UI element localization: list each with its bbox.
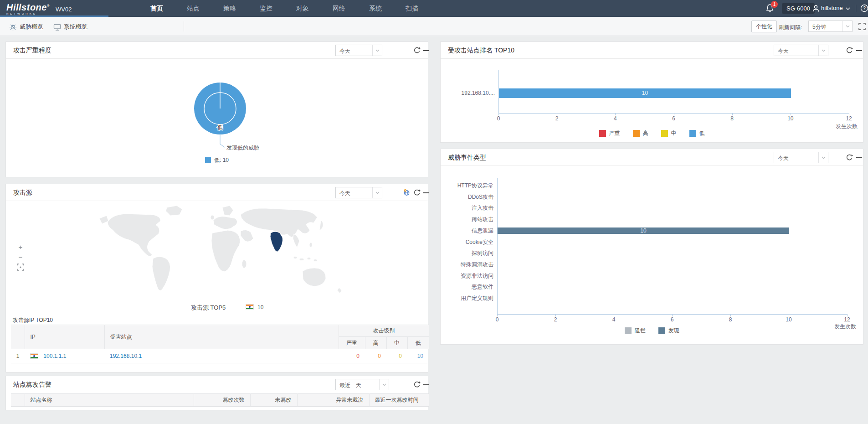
nav-item-1[interactable]: 站点	[175, 0, 211, 17]
critical-column-header[interactable]: 严重	[339, 337, 365, 349]
attack-severity-period-select[interactable]: 今天	[335, 45, 382, 56]
notification-count-badge[interactable]: 1	[771, 1, 778, 8]
map-australia	[303, 268, 326, 286]
bar-低[interactable]: 10	[499, 88, 791, 98]
map-southeast-asia	[293, 234, 299, 248]
site-tamper-period-value: 最近一天	[339, 382, 378, 389]
help-icon[interactable]: ?	[860, 4, 868, 12]
threat-events-bar-chart[interactable]: 024681012HTTP协议异常DDoS攻击注入攻击跨站攻击信息泄漏Cooki…	[441, 149, 863, 344]
tamper-column-header-0[interactable]: 站点名称	[25, 394, 194, 407]
x-tick-label: 8	[723, 115, 741, 122]
legend-item-严重[interactable]: 严重	[599, 129, 620, 137]
fullscreen-icon[interactable]	[858, 23, 866, 30]
site-tamper-period-select[interactable]: 最近一天	[335, 379, 389, 390]
attacked-sites-bar-chart[interactable]: 024681012192.168.10....10发生次数严重高中低	[441, 42, 863, 142]
globe-marker-icon[interactable]	[403, 189, 410, 196]
nav-item-6[interactable]: 系统	[357, 0, 394, 17]
victim-site-link[interactable]: 192.168.10.1	[110, 353, 142, 359]
topbar-divider	[856, 5, 856, 12]
attack-source-period-select[interactable]: 今天	[335, 187, 382, 198]
chart-legend: 严重高中低	[441, 129, 863, 137]
legend-swatch	[599, 130, 606, 137]
tamper-column-header-2[interactable]: 未篡改	[250, 394, 297, 407]
chevron-down-icon	[372, 45, 382, 56]
tab-threat-overview[interactable]: 威胁概览	[9, 22, 43, 31]
legend-swatch	[658, 327, 665, 334]
nav-item-3[interactable]: 监控	[248, 0, 284, 17]
nav-item-2[interactable]: 策略	[211, 0, 248, 17]
empty-column-header	[11, 394, 25, 407]
registered-mark-icon: ®	[47, 4, 50, 7]
india-flag-icon	[246, 304, 254, 310]
category-label: 192.168.10....	[445, 89, 495, 97]
chart-legend: 阻拦发现	[441, 327, 863, 335]
map-zoom-in-button[interactable]: +	[17, 243, 24, 251]
row-high-count: 0	[365, 349, 386, 363]
panel-site-tamper-title: 站点篡改告警	[13, 381, 51, 389]
tab-system-overview[interactable]: 系统概览	[53, 22, 87, 31]
tamper-column-header-4[interactable]: 最近一次篡改时间	[369, 394, 429, 407]
victim-column-header[interactable]: 受害站点	[104, 325, 339, 349]
legend-item-高[interactable]: 高	[633, 129, 648, 137]
refresh-icon[interactable]	[413, 381, 421, 388]
model-badge[interactable]: SG-6000	[782, 3, 815, 14]
personalize-button[interactable]: 个性化	[751, 21, 777, 32]
legend-item-发现[interactable]: 发现	[658, 327, 679, 335]
ip-column-header[interactable]: IP	[25, 325, 104, 349]
user-menu-chevron-down-icon[interactable]	[846, 7, 850, 10]
map-japan	[319, 220, 323, 230]
chevron-down-icon	[379, 379, 389, 390]
tamper-column-header-1[interactable]: 篡改次数	[194, 394, 250, 407]
y-axis-line	[497, 178, 498, 314]
legend-item-中[interactable]: 中	[661, 129, 677, 137]
nav-item-4[interactable]: 对象	[284, 0, 321, 17]
nav-item-5[interactable]: 网络	[321, 0, 357, 17]
bar-发现[interactable]: 10	[498, 228, 789, 234]
attacker-ip-link[interactable]: 100.1.1.1	[43, 353, 66, 359]
tamper-column-header-3[interactable]: 异常未裁决	[297, 394, 369, 407]
severity-donut-chart[interactable]: 低	[188, 77, 252, 140]
rank-column-header[interactable]	[11, 325, 25, 349]
nav-item-0[interactable]: 首页	[139, 0, 175, 17]
category-label: HTTP协议异常	[443, 182, 493, 189]
username[interactable]: hillstone	[821, 5, 843, 11]
legend-item[interactable]: 低: 10	[205, 156, 229, 164]
user-icon	[812, 5, 820, 13]
legend-swatch	[625, 327, 632, 334]
threat-overview-icon	[9, 23, 17, 31]
legend-item-低[interactable]: 低	[689, 129, 705, 137]
panel-attack-severity: 攻击严重程度 今天 低 发现低的威胁 低: 10	[5, 41, 428, 177]
map-greenland	[166, 206, 182, 216]
refresh-icon[interactable]	[413, 47, 421, 54]
attack-source-world-map[interactable]	[98, 205, 354, 301]
map-caption: 攻击源 TOP5	[191, 304, 226, 312]
low-column-header[interactable]: 低	[407, 337, 429, 349]
map-reset-view-button[interactable]	[17, 264, 24, 271]
high-column-header[interactable]: 高	[365, 337, 386, 349]
refresh-interval-select[interactable]: 5分钟	[808, 21, 853, 32]
legend-item-阻拦[interactable]: 阻拦	[625, 327, 646, 335]
category-label: 恶意软件	[443, 283, 493, 290]
map-zoom-out-button[interactable]: −	[17, 253, 24, 261]
x-tick-label: 8	[721, 316, 740, 323]
collapse-icon[interactable]	[423, 47, 430, 54]
nav-item-7[interactable]: 扫描	[394, 0, 430, 17]
medium-column-header[interactable]: 中	[386, 337, 407, 349]
legend-label: 高	[643, 129, 648, 137]
donut-legend: 低: 10	[6, 156, 428, 164]
map-alaska	[99, 216, 108, 224]
legend-label: 中	[671, 129, 677, 137]
legend-label: 发现	[668, 327, 679, 335]
attack-severity-period-value: 今天	[339, 47, 371, 55]
table-row: 1 100.1.1.1 192.168.10.1 0 0 0 10	[11, 349, 429, 363]
category-label: 跨站攻击	[443, 216, 493, 223]
collapse-icon[interactable]	[423, 381, 430, 388]
refresh-icon[interactable]	[413, 189, 421, 196]
panel-attack-severity-title: 攻击严重程度	[13, 47, 51, 55]
legend-label: 阻拦	[635, 327, 646, 335]
svg-text:低: 低	[217, 124, 223, 130]
collapse-icon[interactable]	[423, 189, 430, 196]
x-tick-label: 0	[489, 115, 508, 122]
india-flag-icon	[30, 353, 38, 359]
row-victim-cell: 192.168.10.1	[104, 349, 339, 363]
